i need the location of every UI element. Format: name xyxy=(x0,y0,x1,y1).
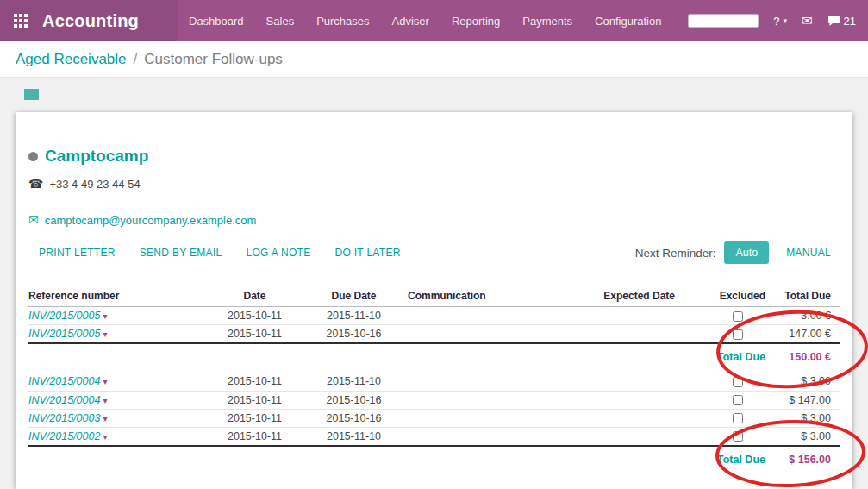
invoice-dropdown-icon[interactable]: ▾ xyxy=(103,329,107,339)
table-header-row: Reference number Date Due Date Communica… xyxy=(28,287,840,307)
table-row: INV/2015/0005▾ 2015-10-11 2015-11-10 3.0… xyxy=(28,307,840,325)
group-spacer xyxy=(28,366,840,373)
col-header-date: Date xyxy=(209,287,300,307)
customer-phone: +33 4 49 23 44 54 xyxy=(49,178,140,191)
cell-communication xyxy=(408,307,580,325)
excluded-checkbox[interactable] xyxy=(733,395,743,405)
invoice-link[interactable]: INV/2015/0004 xyxy=(28,394,100,406)
messages-icon[interactable]: ✉ xyxy=(802,13,813,28)
col-header-total-due: Total Due xyxy=(765,287,840,307)
mail-icon: ✉ xyxy=(28,213,39,227)
help-menu[interactable]: ?▾ xyxy=(773,15,787,28)
log-a-note-button[interactable]: LOG A NOTE xyxy=(234,241,322,264)
menu-item-reporting[interactable]: Reporting xyxy=(440,0,511,41)
teal-marker xyxy=(24,89,39,100)
customer-heading: Camptocamp xyxy=(28,147,840,166)
cell-due-date: 2015-10-16 xyxy=(300,391,408,409)
invoice-dropdown-icon[interactable]: ▾ xyxy=(103,377,107,386)
invoice-dropdown-icon[interactable]: ▾ xyxy=(103,396,107,405)
cell-due-date: 2015-10-16 xyxy=(300,409,408,427)
auto-reminder-button[interactable]: Auto xyxy=(724,241,769,264)
total-due-value: $ 156.00 xyxy=(765,446,840,468)
send-by-email-button[interactable]: SEND BY EMAIL xyxy=(128,241,234,264)
cell-communication xyxy=(408,409,580,427)
menu-item-sales[interactable]: Sales xyxy=(255,0,306,41)
customer-email-link[interactable]: camptocamp@yourcompany.example.com xyxy=(45,214,257,227)
app-title: Accounting xyxy=(42,11,139,31)
help-icon: ? xyxy=(773,15,779,28)
menu-item-payments[interactable]: Payments xyxy=(511,0,584,41)
cell-date: 2015-10-11 xyxy=(209,325,300,344)
print-letter-button[interactable]: PRINT LETTER xyxy=(28,241,128,264)
cell-total-due: 3.00 € xyxy=(765,307,840,325)
table-row: INV/2015/0004▾ 2015-10-11 2015-11-10 $ 3… xyxy=(28,373,840,391)
cell-communication xyxy=(408,373,580,391)
cell-total-due: $ 3.00 xyxy=(765,427,840,446)
invoice-link[interactable]: INV/2015/0003 xyxy=(28,412,100,424)
cell-date: 2015-10-11 xyxy=(209,409,300,427)
breadcrumb-separator: / xyxy=(134,51,138,68)
excluded-checkbox[interactable] xyxy=(733,377,743,387)
customer-name[interactable]: Camptocamp xyxy=(45,147,148,166)
cell-expected-date xyxy=(580,373,684,391)
chevron-down-icon: ▾ xyxy=(783,16,787,25)
topbar-right-cluster: ?▾ ✉ 21 xyxy=(688,13,868,28)
cell-communication xyxy=(408,391,580,409)
main-menu: Dashboard Sales Purchases Adviser Report… xyxy=(178,0,672,41)
breadcrumb-parent-link[interactable]: Aged Receivable xyxy=(16,51,127,68)
do-it-later-button[interactable]: DO IT LATER xyxy=(322,241,412,264)
invoice-link[interactable]: INV/2015/0004 xyxy=(28,375,100,387)
customer-status-dot xyxy=(28,152,38,161)
col-header-expected-date: Expected Date xyxy=(580,287,684,307)
col-header-excluded: Excluded xyxy=(684,287,765,307)
invoice-dropdown-icon[interactable]: ▾ xyxy=(103,432,107,442)
col-header-communication: Communication xyxy=(408,287,580,307)
invoice-link[interactable]: INV/2015/0002 xyxy=(28,430,100,442)
menu-item-dashboard[interactable]: Dashboard xyxy=(178,0,255,41)
breadcrumb-current: Customer Follow-ups xyxy=(144,51,283,68)
total-due-label: Total Due xyxy=(717,351,765,363)
next-reminder-label: Next Reminder: xyxy=(635,247,716,260)
cell-communication xyxy=(408,427,580,446)
cell-due-date: 2015-11-10 xyxy=(300,373,408,391)
menu-item-adviser[interactable]: Adviser xyxy=(381,0,440,41)
group-total-row: Total Due 150.00 € xyxy=(28,343,840,366)
manual-reminder-button[interactable]: MANUAL xyxy=(777,241,840,264)
app-switcher-area: Accounting xyxy=(0,0,178,41)
customer-email-line: ✉ camptocamp@yourcompany.example.com xyxy=(28,213,840,227)
excluded-checkbox[interactable] xyxy=(733,329,743,340)
col-header-due-date: Due Date xyxy=(300,287,408,307)
invoice-dropdown-icon[interactable]: ▾ xyxy=(103,414,107,423)
total-due-label: Total Due xyxy=(717,454,765,466)
phone-icon: ☎ xyxy=(28,177,43,191)
apps-grid-icon[interactable] xyxy=(14,14,28,28)
menu-item-purchases[interactable]: Purchases xyxy=(305,0,380,41)
excluded-checkbox[interactable] xyxy=(733,413,743,423)
menu-item-configuration[interactable]: Configuration xyxy=(584,0,672,41)
search-input[interactable] xyxy=(688,14,759,28)
table-row: INV/2015/0005▾ 2015-10-11 2015-10-16 147… xyxy=(28,325,840,344)
chat-bubble-icon xyxy=(827,15,840,27)
col-header-reference: Reference number xyxy=(28,287,209,307)
invoice-link[interactable]: INV/2015/0005 xyxy=(28,328,100,340)
group-total-row: Total Due $ 156.00 xyxy=(28,446,840,468)
invoice-link[interactable]: INV/2015/0005 xyxy=(28,310,100,322)
followup-card: Camptocamp ☎ +33 4 49 23 44 54 ✉ camptoc… xyxy=(16,112,852,489)
excluded-checkbox[interactable] xyxy=(733,311,743,322)
actions-row: PRINT LETTER SEND BY EMAIL LOG A NOTE DO… xyxy=(28,241,840,264)
breadcrumb: Aged Receivable / Customer Follow-ups xyxy=(0,41,868,78)
cell-total-due: $ 3.00 xyxy=(765,373,840,391)
cell-communication xyxy=(408,325,580,344)
invoice-dropdown-icon[interactable]: ▾ xyxy=(103,311,107,321)
chat-counter[interactable]: 21 xyxy=(827,15,856,28)
cell-date: 2015-10-11 xyxy=(209,391,300,409)
cell-due-date: 2015-10-16 xyxy=(300,325,408,344)
cell-date: 2015-10-11 xyxy=(209,427,300,446)
top-navbar: Accounting Dashboard Sales Purchases Adv… xyxy=(0,0,868,41)
excluded-checkbox[interactable] xyxy=(733,431,743,442)
next-reminder-group: Next Reminder: Auto MANUAL xyxy=(635,241,840,264)
followup-table: Reference number Date Due Date Communica… xyxy=(28,287,840,468)
customer-phone-line: ☎ +33 4 49 23 44 54 xyxy=(28,177,840,191)
total-due-value: 150.00 € xyxy=(765,343,840,366)
cell-date: 2015-10-11 xyxy=(209,373,300,391)
